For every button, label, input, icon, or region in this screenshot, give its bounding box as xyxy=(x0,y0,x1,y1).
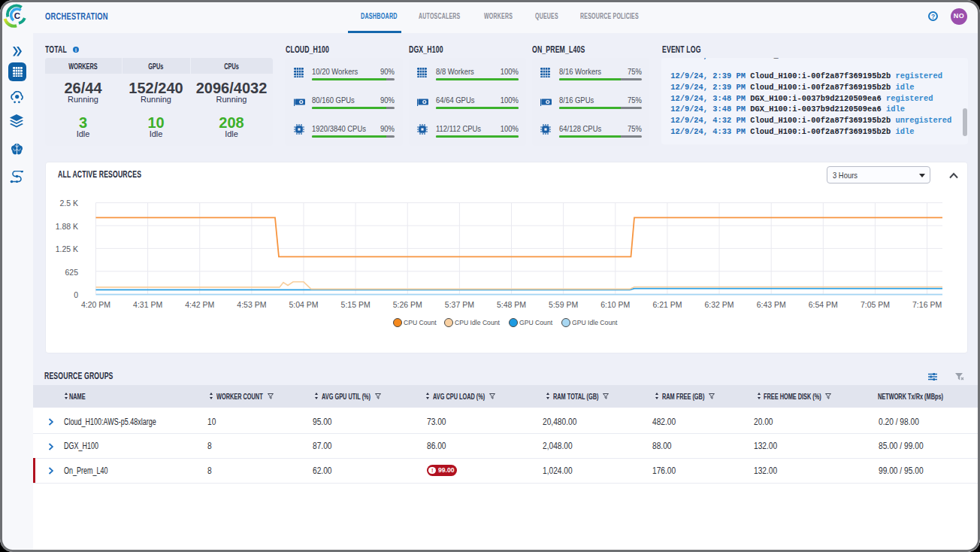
svg-text:C: C xyxy=(14,11,20,20)
